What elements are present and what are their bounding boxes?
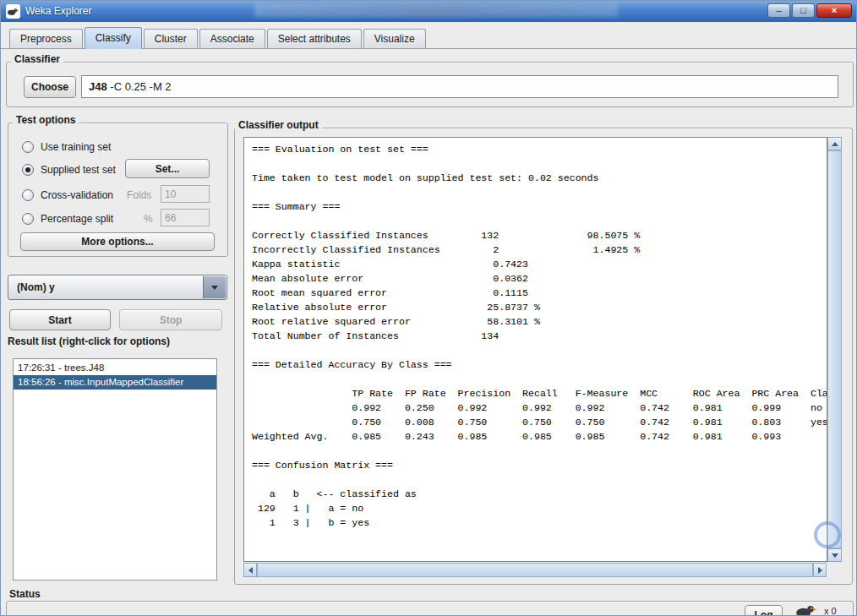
close-button[interactable]: × xyxy=(816,3,852,18)
titlebar: Weka Explorer – □ × xyxy=(1,1,856,22)
result-list-item-selected[interactable]: 18:56:26 - misc.InputMappedClassifier xyxy=(14,375,216,390)
scroll-left-button[interactable] xyxy=(243,563,257,577)
test-options-group-title: Test options xyxy=(13,114,79,126)
combo-dropdown-button[interactable] xyxy=(203,276,226,298)
log-button[interactable]: Log xyxy=(745,605,783,616)
start-button[interactable]: Start xyxy=(9,309,111,330)
result-list-item[interactable]: 17:26:31 - trees.J48 xyxy=(14,361,216,375)
horizontal-scrollbar[interactable] xyxy=(243,563,827,577)
radio-use-training-set[interactable]: Use training set xyxy=(22,140,111,154)
percentage-split-input xyxy=(161,209,210,226)
class-attribute-combo[interactable]: (Nom) y xyxy=(8,275,227,300)
radio-percentage-split[interactable]: Percentage split xyxy=(22,212,113,226)
status-group xyxy=(6,601,854,616)
tab-cluster[interactable]: Cluster xyxy=(144,29,198,48)
result-list-title: Result list (right-click for options) xyxy=(8,335,170,347)
weka-app-icon xyxy=(6,4,20,19)
stop-button: Stop xyxy=(119,309,222,330)
classifier-scheme-field[interactable]: J48 -C 0.25 -M 2 xyxy=(81,75,838,98)
scheme-name: J48 xyxy=(89,80,107,93)
weka-status-bird-icon xyxy=(794,603,819,616)
arrow-right-icon xyxy=(818,567,822,574)
vertical-scrollbar-thumb[interactable] xyxy=(827,150,842,548)
weka-explorer-window: Weka Explorer – □ × Preprocess Classify … xyxy=(0,0,857,616)
scroll-up-button[interactable] xyxy=(827,137,842,150)
chevron-down-icon xyxy=(211,286,218,290)
radio-supplied-test-set[interactable]: Supplied test set xyxy=(22,163,116,177)
folds-label: Folds xyxy=(127,189,151,201)
horizontal-scrollbar-thumb[interactable] xyxy=(257,563,813,577)
tab-visualize[interactable]: Visualize xyxy=(363,29,426,48)
maximize-button[interactable]: □ xyxy=(792,3,815,18)
radio-label: Use training set xyxy=(41,141,111,153)
radio-icon xyxy=(22,189,34,201)
vertical-scrollbar[interactable] xyxy=(827,137,842,562)
titlebar-watermark xyxy=(254,3,618,17)
arrow-down-icon xyxy=(832,553,838,558)
folds-input xyxy=(161,185,210,203)
percent-label: % xyxy=(144,213,153,225)
radio-label: Supplied test set xyxy=(41,164,116,176)
radio-icon-selected xyxy=(22,164,34,176)
classifier-output-group-title: Classifier output xyxy=(235,119,322,131)
weka-bird-icon xyxy=(7,7,19,16)
window-controls: – □ × xyxy=(767,3,852,18)
tab-preprocess[interactable]: Preprocess xyxy=(9,29,83,48)
classifier-group: Classifier Choose J48 -C 0.25 -M 2 xyxy=(6,62,854,107)
arrow-left-icon xyxy=(248,567,253,574)
tab-associate[interactable]: Associate xyxy=(199,29,265,48)
classifier-group-title: Classifier xyxy=(11,53,63,65)
choose-classifier-button[interactable]: Choose xyxy=(24,76,76,98)
radio-cross-validation[interactable]: Cross-validation xyxy=(22,188,113,202)
status-group-title: Status xyxy=(9,588,41,600)
tab-bar: Preprocess Classify Cluster Associate Se… xyxy=(1,28,856,49)
scroll-right-button[interactable] xyxy=(813,563,827,577)
window-title: Weka Explorer xyxy=(25,1,91,22)
radio-icon xyxy=(22,141,34,153)
more-options-button[interactable]: More options... xyxy=(20,232,215,251)
set-test-set-button[interactable]: Set... xyxy=(125,159,210,178)
radio-label: Percentage split xyxy=(41,213,113,225)
scroll-down-button[interactable] xyxy=(827,548,842,562)
test-options-group: Test options Use training set Supplied t… xyxy=(8,123,228,257)
arrow-up-icon xyxy=(832,142,838,146)
radio-label: Cross-validation xyxy=(41,189,113,201)
minimize-button[interactable]: – xyxy=(767,3,790,18)
classifier-output-text: === Evaluation on test set === Time take… xyxy=(244,138,827,530)
scheme-options: -C 0.25 -M 2 xyxy=(107,80,172,93)
classifier-output-group: Classifier output === Evaluation on test… xyxy=(234,128,853,585)
combo-selected-value: (Nom) y xyxy=(8,281,55,293)
result-list[interactable]: 17:26:31 - trees.J48 18:56:26 - misc.Inp… xyxy=(13,358,217,581)
classifier-output-textarea[interactable]: === Evaluation on test set === Time take… xyxy=(243,137,827,562)
tab-classify[interactable]: Classify xyxy=(85,27,142,49)
radio-icon xyxy=(22,213,34,225)
cursor-highlight-overlay xyxy=(814,521,841,548)
weka-bird-counter: x 0 xyxy=(824,606,837,616)
tab-select-attributes[interactable]: Select attributes xyxy=(267,29,362,48)
